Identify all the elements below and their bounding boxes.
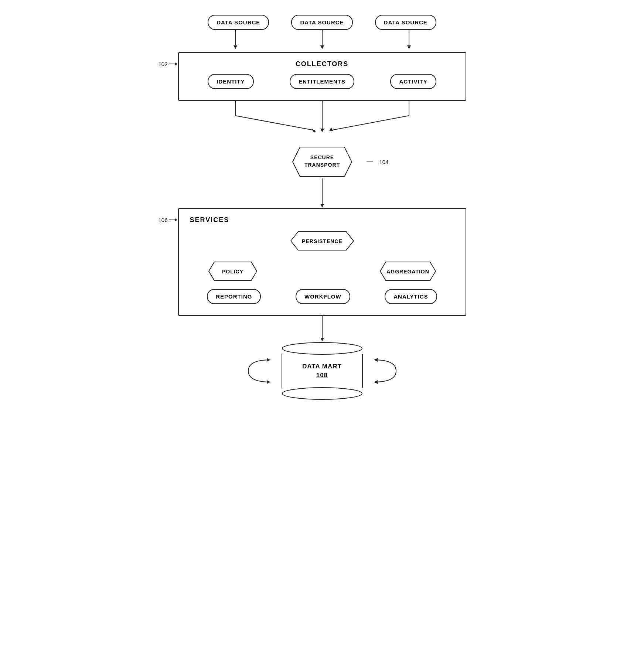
ref-106: 106 bbox=[159, 216, 180, 224]
ref-102: 102 bbox=[159, 60, 180, 68]
persistence-row: PERSISTENCE bbox=[190, 230, 454, 252]
svg-marker-5 bbox=[407, 45, 411, 49]
workflow-box: WORKFLOW bbox=[296, 289, 350, 304]
svg-point-35 bbox=[282, 388, 362, 399]
datamart-left-arrow bbox=[245, 356, 278, 386]
services-to-datamart-svg bbox=[178, 316, 466, 342]
cylinder-body: DATA MART 108 bbox=[282, 354, 363, 388]
cylinder-top-ellipse bbox=[282, 342, 363, 355]
datamart-right-arrow bbox=[367, 356, 400, 386]
svg-marker-31 bbox=[320, 338, 324, 341]
data-source-1: DATA SOURCE bbox=[208, 15, 269, 30]
analytics-box: ANALYTICS bbox=[385, 289, 437, 304]
reporting-box: REPORTING bbox=[207, 289, 261, 304]
cylinder-bottom-ellipse bbox=[282, 387, 363, 400]
secure-transport-container: SECURE TRANSPORT 104 bbox=[285, 145, 359, 178]
svg-text:AGGREGATION: AGGREGATION bbox=[386, 269, 429, 275]
services-middle-row: POLICY AGGREGATION bbox=[190, 260, 454, 282]
svg-marker-23 bbox=[175, 218, 177, 221]
ref-arrow-102 bbox=[169, 60, 180, 68]
services-bottom-row: REPORTING WORKFLOW ANALYTICS bbox=[190, 289, 454, 304]
svg-line-14 bbox=[330, 116, 409, 130]
data-source-3: DATA SOURCE bbox=[375, 15, 436, 30]
svg-marker-12 bbox=[320, 129, 324, 132]
diagram-container: DATA SOURCE DATA SOURCE DATA SOURCE 102 bbox=[156, 15, 488, 400]
svg-text:POLICY: POLICY bbox=[222, 269, 243, 275]
collectors-box: 102 COLLECTORS IDENTITY ENTITLEMENTS ACT… bbox=[178, 52, 466, 101]
collectors-to-transport-svg bbox=[178, 101, 466, 145]
ref-arrow-104 bbox=[367, 158, 378, 166]
collectors-items-row: IDENTITY ENTITLEMENTS ACTIVITY bbox=[190, 74, 454, 89]
ref-arrow-106 bbox=[169, 216, 180, 224]
datamart-container: DATA MART 108 bbox=[178, 342, 466, 400]
svg-marker-1 bbox=[234, 45, 237, 49]
persistence-hex: PERSISTENCE bbox=[285, 230, 359, 252]
aggregation-hex: AGGREGATION bbox=[375, 260, 441, 282]
svg-line-9 bbox=[235, 116, 315, 130]
svg-point-34 bbox=[282, 343, 362, 354]
svg-text:SECURE: SECURE bbox=[310, 154, 334, 160]
svg-text:TRANSPORT: TRANSPORT bbox=[304, 162, 340, 168]
svg-marker-32 bbox=[267, 358, 270, 362]
datamart-cylinder: DATA MART 108 bbox=[282, 342, 363, 400]
svg-marker-33 bbox=[267, 380, 270, 384]
svg-marker-21 bbox=[320, 204, 324, 208]
top-arrows-svg bbox=[178, 30, 466, 52]
secure-transport-hex: SECURE TRANSPORT bbox=[285, 145, 359, 178]
services-box: 106 SERVICES PERSISTENCE POLICY bbox=[178, 208, 466, 316]
svg-marker-7 bbox=[175, 62, 177, 65]
datamart-ref: 108 bbox=[316, 372, 328, 379]
svg-marker-10 bbox=[312, 129, 316, 133]
data-source-2: DATA SOURCE bbox=[291, 15, 352, 30]
services-label: SERVICES bbox=[190, 216, 454, 224]
svg-text:PERSISTENCE: PERSISTENCE bbox=[302, 238, 343, 244]
entitlements-box: ENTITLEMENTS bbox=[290, 74, 354, 89]
identity-box: IDENTITY bbox=[208, 74, 253, 89]
activity-box: ACTIVITY bbox=[390, 74, 436, 89]
collectors-label: COLLECTORS bbox=[190, 60, 454, 68]
svg-marker-36 bbox=[374, 358, 378, 362]
svg-marker-3 bbox=[320, 45, 324, 49]
transport-to-services-svg bbox=[178, 178, 466, 208]
svg-marker-37 bbox=[374, 380, 378, 384]
policy-hex: POLICY bbox=[203, 260, 262, 282]
svg-marker-15 bbox=[329, 127, 333, 131]
datamart-label: DATA MART bbox=[302, 363, 342, 370]
ref-104: 104 bbox=[367, 158, 388, 166]
data-sources-row: DATA SOURCE DATA SOURCE DATA SOURCE bbox=[208, 15, 436, 30]
